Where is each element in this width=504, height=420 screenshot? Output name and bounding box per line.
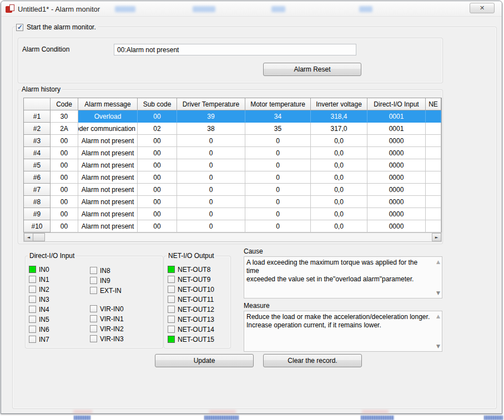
column-header-driver-temperature[interactable]: Driver Temperature [177, 98, 245, 110]
column-header-sub-code[interactable]: Sub code [138, 98, 177, 110]
update-button[interactable]: Update [155, 354, 254, 367]
cell-motor-temp[interactable]: 0 [245, 220, 311, 232]
cell-driver-temp[interactable]: 0 [177, 159, 245, 171]
cell-inverter-voltage[interactable]: 0,0 [311, 208, 367, 220]
cell-code[interactable]: 30 [51, 110, 78, 123]
column-header-ne[interactable]: NE [426, 98, 441, 110]
cell-motor-temp[interactable]: 0 [245, 184, 311, 196]
cell-inverter-voltage[interactable]: 0,0 [311, 220, 367, 232]
cell-sub-code[interactable]: 00 [138, 135, 177, 147]
ext-in-checkbox[interactable] [90, 287, 97, 294]
cell-motor-temp[interactable]: 0 [245, 147, 311, 159]
cell-direct-io[interactable]: 0000 [367, 135, 426, 147]
alarm-reset-button[interactable]: Alarm Reset [263, 63, 361, 76]
cell-motor-temp[interactable]: 0 [245, 135, 311, 147]
table-horizontal-scrollbar[interactable]: ◄ ► [23, 232, 442, 242]
cell-direct-io[interactable]: 0001 [367, 110, 426, 123]
cell-sub-code[interactable]: 00 [138, 184, 177, 196]
cell-driver-temp[interactable]: 39 [177, 110, 245, 123]
cell-message[interactable]: Alarm not present [78, 159, 138, 171]
in8-checkbox[interactable] [90, 267, 97, 274]
row-header[interactable]: #4 [24, 147, 51, 159]
cell-inverter-voltage[interactable]: 0,0 [311, 147, 367, 159]
cell-net[interactable] [426, 171, 441, 184]
cell-message[interactable]: Alarm not present [78, 171, 138, 184]
row-header[interactable]: #7 [24, 184, 51, 196]
cell-code[interactable]: 00 [51, 159, 78, 171]
vir-in2-checkbox[interactable] [90, 325, 97, 332]
cell-direct-io[interactable]: 0000 [367, 184, 426, 196]
cell-sub-code[interactable]: 02 [138, 123, 177, 135]
row-header[interactable]: #2 [24, 123, 51, 135]
row-header[interactable]: #3 [24, 135, 51, 147]
cell-message[interactable]: Alarm not present [78, 196, 138, 208]
cell-code[interactable]: 2A [51, 123, 78, 135]
cell-motor-temp[interactable]: 0 [245, 171, 311, 184]
net-out13-checkbox[interactable] [168, 316, 175, 323]
cell-direct-io[interactable]: 0000 [367, 196, 426, 208]
cell-inverter-voltage[interactable]: 0,0 [311, 135, 367, 147]
alarm-history-table[interactable]: CodeAlarm messageSub codeDriver Temperat… [23, 98, 442, 233]
cell-sub-code[interactable]: 00 [138, 220, 177, 232]
net-out8-checkbox[interactable] [168, 266, 175, 273]
cell-code[interactable]: 00 [51, 208, 78, 220]
cell-driver-temp[interactable]: 0 [177, 147, 245, 159]
cell-direct-io[interactable]: 0000 [367, 208, 426, 220]
measure-textbox[interactable]: Reduce the load or make the acceleration… [244, 311, 442, 352]
net-out9-checkbox[interactable] [168, 276, 175, 283]
cell-net[interactable] [426, 159, 441, 171]
cell-net[interactable] [426, 196, 441, 208]
cell-driver-temp[interactable]: 0 [177, 220, 245, 232]
cell-net[interactable] [426, 123, 441, 135]
scroll-up-icon[interactable]: ▲ [436, 313, 440, 319]
cell-message[interactable]: Alarm not present [78, 147, 138, 159]
net-out11-checkbox[interactable] [168, 296, 175, 303]
in6-checkbox[interactable] [29, 326, 36, 333]
in9-checkbox[interactable] [90, 277, 97, 284]
scroll-down-icon[interactable]: ▼ [436, 290, 440, 296]
alarm-condition-field[interactable]: 00:Alarm not present [114, 44, 356, 55]
cell-net[interactable] [426, 220, 441, 232]
cell-message[interactable]: Alarm not present [78, 208, 138, 220]
cell-net[interactable] [426, 184, 441, 196]
cell-net[interactable] [426, 135, 441, 147]
cause-textbox[interactable]: A load exceeding the maximum torque was … [244, 256, 442, 298]
cell-message[interactable]: Alarm not present [78, 184, 138, 196]
scroll-down-icon[interactable]: ▼ [436, 343, 440, 349]
cell-motor-temp[interactable]: 35 [245, 123, 311, 135]
cell-direct-io[interactable]: 0000 [367, 147, 426, 159]
cell-direct-io[interactable]: 0000 [367, 220, 426, 232]
scrollbar-thumb[interactable] [33, 233, 45, 241]
cell-sub-code[interactable]: 00 [138, 196, 177, 208]
cell-inverter-voltage[interactable]: 0,0 [311, 196, 367, 208]
cell-motor-temp[interactable]: 34 [245, 110, 311, 123]
cell-direct-io[interactable]: 0000 [367, 159, 426, 171]
cell-code[interactable]: 00 [51, 196, 78, 208]
cell-driver-temp[interactable]: 38 [177, 123, 245, 135]
cell-inverter-voltage[interactable]: 0,0 [311, 184, 367, 196]
cell-motor-temp[interactable]: 0 [245, 208, 311, 220]
cell-code[interactable]: 00 [51, 135, 78, 147]
cell-sub-code[interactable]: 00 [138, 110, 177, 123]
scroll-up-icon[interactable]: ▲ [436, 259, 440, 265]
cell-direct-io[interactable]: 0001 [367, 123, 426, 135]
row-header[interactable]: #5 [24, 159, 51, 171]
cell-message[interactable]: Encoder communication error [78, 123, 138, 135]
column-header-code[interactable]: Code [51, 98, 78, 110]
net-out12-checkbox[interactable] [168, 306, 175, 313]
cell-code[interactable]: 00 [51, 147, 78, 159]
cell-driver-temp[interactable]: 0 [177, 135, 245, 147]
cell-inverter-voltage[interactable]: 318,4 [311, 110, 367, 123]
close-button[interactable]: ✕ [470, 3, 495, 13]
row-header[interactable]: #6 [24, 171, 51, 184]
cell-driver-temp[interactable]: 0 [177, 184, 245, 196]
row-header[interactable]: #1 [24, 110, 51, 123]
row-header[interactable]: #10 [24, 220, 51, 232]
cell-code[interactable]: 00 [51, 184, 78, 196]
vir-in0-checkbox[interactable] [90, 305, 97, 312]
cell-direct-io[interactable]: 0000 [367, 171, 426, 184]
row-header[interactable]: #9 [24, 208, 51, 220]
cell-sub-code[interactable]: 00 [138, 159, 177, 171]
cell-motor-temp[interactable]: 0 [245, 196, 311, 208]
in4-checkbox[interactable] [29, 306, 36, 313]
